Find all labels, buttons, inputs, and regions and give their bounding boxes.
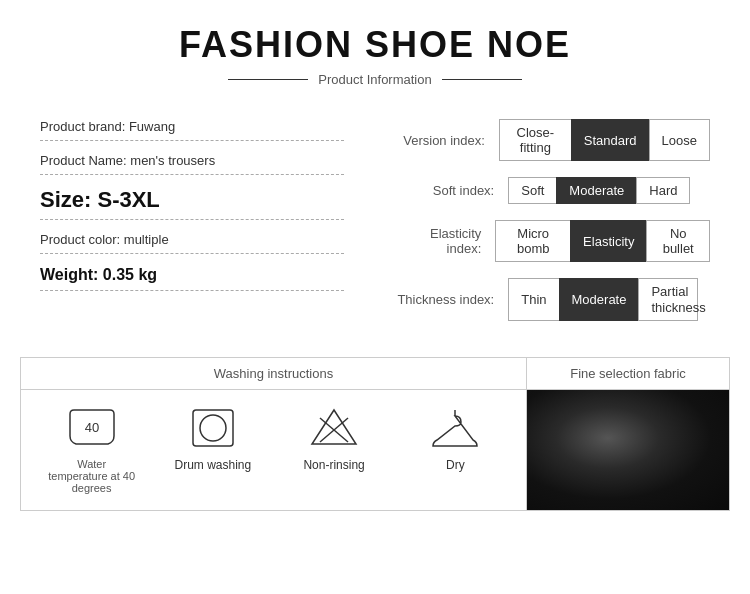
- elasticity-index-row: Elasticity index: Micro bomb Elasticity …: [394, 220, 710, 262]
- elasticity-btn-group: Micro bomb Elasticity No bullet: [495, 220, 710, 262]
- nonrinsing-icon: [308, 406, 360, 450]
- wash-label-drum: Drum washing: [175, 458, 252, 472]
- thickness-moderate-btn[interactable]: Moderate: [559, 278, 640, 321]
- brand-row: Product brand: Fuwang: [40, 119, 344, 141]
- weight-value: Weight: 0.35 kg: [40, 266, 344, 284]
- product-name-value: Product Name: men's trousers: [40, 153, 344, 168]
- left-column: Product brand: Fuwang Product Name: men'…: [40, 119, 364, 337]
- page-title: FASHION SHOE NOE: [20, 24, 730, 66]
- size-row: Size: S-3XL: [40, 187, 344, 220]
- washing-left: Washing instructions 40 Water temperatur…: [21, 358, 527, 510]
- temperature-icon: 40: [66, 406, 118, 450]
- right-column: Version index: Close-fitting Standard Lo…: [384, 119, 710, 337]
- version-index-row: Version index: Close-fitting Standard Lo…: [394, 119, 710, 161]
- thickness-thin-btn[interactable]: Thin: [508, 278, 559, 321]
- color-value: Product color: multiple: [40, 232, 344, 247]
- version-standard-btn[interactable]: Standard: [571, 119, 650, 161]
- fabric-header: Fine selection fabric: [527, 358, 729, 390]
- wash-item-drum: Drum washing: [168, 406, 258, 472]
- drum-icon: [187, 406, 239, 450]
- wash-label-dry: Dry: [446, 458, 465, 472]
- soft-btn-group: Soft Moderate Hard: [508, 177, 690, 204]
- svg-point-2: [200, 415, 226, 441]
- version-loose-btn[interactable]: Loose: [649, 119, 710, 161]
- divider: [40, 290, 344, 291]
- soft-moderate-btn[interactable]: Moderate: [556, 177, 637, 204]
- washing-right: Fine selection fabric: [527, 358, 729, 510]
- soft-index-label: Soft index:: [394, 183, 494, 198]
- page-header: FASHION SHOE NOE Product Information: [0, 0, 750, 99]
- version-close-fitting-btn[interactable]: Close-fitting: [499, 119, 572, 161]
- thickness-partial-btn[interactable]: Partial thickness: [638, 278, 698, 321]
- thickness-index-label: Thickness index:: [394, 292, 494, 307]
- fabric-texture: [527, 390, 729, 510]
- washing-section: Washing instructions 40 Water temperatur…: [20, 357, 730, 511]
- elasticity-no-bullet-btn[interactable]: No bullet: [646, 220, 710, 262]
- divider: [40, 219, 344, 220]
- wash-label-temperature: Water temperature at 40 degrees: [47, 458, 137, 494]
- elasticity-elasticity-btn[interactable]: Elasticity: [570, 220, 647, 262]
- name-row: Product Name: men's trousers: [40, 153, 344, 175]
- divider: [40, 140, 344, 141]
- header-line-left: [228, 79, 308, 80]
- thickness-index-row: Thickness index: Thin Moderate Partial t…: [394, 278, 710, 321]
- washing-header: Washing instructions: [21, 358, 526, 390]
- washing-icons: 40 Water temperature at 40 degrees Drum …: [21, 390, 526, 504]
- divider: [40, 253, 344, 254]
- brand-value: Product brand: Fuwang: [40, 119, 344, 134]
- info-section: Product brand: Fuwang Product Name: men'…: [0, 99, 750, 347]
- weight-row: Weight: 0.35 kg: [40, 266, 344, 291]
- header-subtitle: Product Information: [318, 72, 431, 87]
- soft-soft-btn[interactable]: Soft: [508, 177, 557, 204]
- soft-hard-btn[interactable]: Hard: [636, 177, 690, 204]
- color-row: Product color: multiple: [40, 232, 344, 254]
- soft-index-row: Soft index: Soft Moderate Hard: [394, 177, 710, 204]
- wash-item-nonrinsing: Non-rinsing: [289, 406, 379, 472]
- header-line-right: [442, 79, 522, 80]
- wash-label-nonrinsing: Non-rinsing: [303, 458, 364, 472]
- fabric-image: [527, 390, 729, 510]
- version-index-label: Version index:: [394, 133, 485, 148]
- elasticity-index-label: Elasticity index:: [394, 226, 481, 256]
- svg-text:40: 40: [84, 420, 98, 435]
- version-btn-group: Close-fitting Standard Loose: [499, 119, 710, 161]
- wash-item-dry: Dry: [410, 406, 500, 472]
- elasticity-micro-btn[interactable]: Micro bomb: [495, 220, 571, 262]
- size-value: Size: S-3XL: [40, 187, 344, 213]
- wash-item-temperature: 40 Water temperature at 40 degrees: [47, 406, 137, 494]
- thickness-btn-group: Thin Moderate Partial thickness: [508, 278, 698, 321]
- divider: [40, 174, 344, 175]
- washing-grid: Washing instructions 40 Water temperatur…: [21, 358, 729, 510]
- dry-icon: [429, 406, 481, 450]
